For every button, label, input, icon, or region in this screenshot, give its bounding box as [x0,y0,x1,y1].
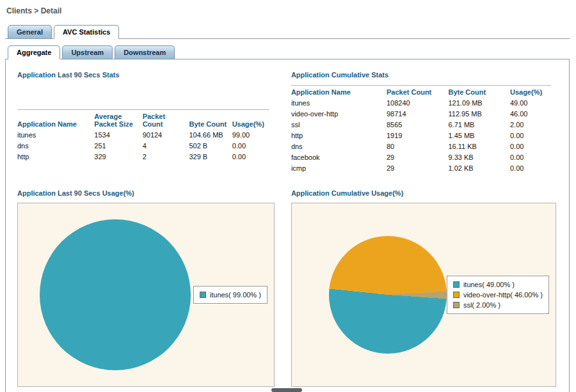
table-cell: 1534 [94,130,142,141]
table-row: itunes153490124104.66 MB99.00 [17,130,269,141]
tab-avc-statistics[interactable]: AVC Statistics [54,25,119,39]
column-header: Application Name [291,86,387,98]
column-header: Average Packet Size [94,110,142,130]
column-header: Application Name [17,110,94,130]
table-header-row: Application NamePacket CountByte CountUs… [291,86,551,98]
table-row: http3292329 B0.00 [17,152,269,162]
legend-label: ssl( 2.00% ) [463,301,500,309]
table-cell: 2 [143,152,189,162]
page: Clients > Detail General AVC Statistics … [0,0,576,392]
legend-label: itunes( 99.00% ) [210,291,261,299]
tab-downstream[interactable]: Downstream [115,45,175,59]
last90-usage-chart: itunes( 99.00% ) [17,203,275,387]
legend-swatch [453,302,460,308]
table-cell: dns [291,141,387,152]
table-row: icmp291.02 KB0.00 [291,163,551,174]
main-tabs: General AVC Statistics [5,25,570,39]
table-cell: 1919 [387,130,448,141]
table-cell: 0.00 [232,141,269,152]
legend-swatch [453,281,460,288]
table-cell: 29 [387,163,448,174]
table-row: http19191.45 MB0.00 [291,130,551,141]
table-cell: facebook [291,152,387,163]
column-header: Usage(%) [510,86,551,98]
table-cell: video-over-http [291,109,387,120]
table-cell: 99.00 [232,130,269,141]
column-header: Byte Count [448,86,509,98]
table-cell: 0.00 [510,141,551,152]
table-cell: 329 [94,152,142,162]
table-cell: itunes [17,130,94,141]
table-row: ssl85656.71 MB2.00 [291,120,551,130]
column-header: Packet Count [143,110,189,130]
table-cell: 98714 [387,109,448,120]
section-last90-usage-chart: Application Last 90 Secs Usage(%) itunes… [17,189,275,387]
tab-general[interactable]: General [8,25,52,38]
legend-swatch [453,292,460,298]
table-cell: 29 [387,152,448,163]
sub-tabs: Aggregate Upstream Downstream [5,45,570,59]
legend-item: itunes( 99.00% ) [200,290,261,300]
table-cell: dns [17,141,94,152]
legend-label: video-over-http( 46.00% ) [463,291,543,299]
cumulative-stats-table: Application NamePacket CountByte CountUs… [291,85,551,174]
table-cell: 121.09 MB [448,98,509,109]
table-row: facebook299.33 KB0.00 [291,152,551,163]
table-cell: 49.00 [510,98,551,109]
section-title-cumulative: Application Cumulative Stats [291,71,556,79]
table-cell: 0.00 [232,152,269,162]
table-cell: 1.02 KB [448,163,509,174]
section-last90-stats: Application Last 90 Secs Stats Applicati… [17,71,275,174]
table-cell: 16.11 KB [448,141,509,152]
table-cell: 0.00 [510,152,551,163]
table-cell: icmp [291,163,387,174]
last90-stats-table: Application NameAverage Packet SizePacke… [17,109,269,162]
table-cell: 104.66 MB [189,130,232,141]
table-cell: 80 [387,141,448,152]
table-cell: 6.71 MB [448,120,509,130]
table-header-row: Application NameAverage Packet SizePacke… [17,110,269,130]
tab-aggregate[interactable]: Aggregate [8,45,60,59]
section-cumulative-stats: Application Cumulative Stats Application… [291,71,556,174]
table-row: itunes108240121.09 MB49.00 [291,98,551,109]
table-cell: 46.00 [510,109,551,120]
table-cell: 90124 [143,130,189,141]
table-cell: 2.00 [510,120,551,130]
table-cell: 251 [94,141,142,152]
table-cell: ssl [291,120,387,130]
cumulative-usage-pie [329,236,447,354]
table-cell: 502 B [189,141,232,152]
table-cell: 0.00 [510,163,551,174]
chart-title-cumulative: Application Cumulative Usage(%) [291,189,556,197]
last90-usage-legend: itunes( 99.00% ) [193,286,268,304]
legend-item: ssl( 2.00% ) [453,300,543,310]
table-cell: http [17,152,94,162]
legend-item: itunes( 49.00% ) [453,279,543,290]
table-cell: 112.95 MB [448,109,509,120]
table-cell: 4 [143,141,189,152]
legend-label: itunes( 49.00% ) [463,281,515,288]
last90-usage-pie [40,219,191,370]
column-header: Byte Count [189,110,232,130]
tab-upstream[interactable]: Upstream [62,45,113,59]
table-cell: http [291,130,387,141]
content-grid: Application Last 90 Secs Stats Applicati… [17,71,556,387]
table-cell: 8565 [387,120,448,130]
table-row: dns8016.11 KB0.00 [291,141,551,152]
chart-title-last90: Application Last 90 Secs Usage(%) [17,189,275,197]
table-cell: itunes [291,98,387,109]
horizontal-scrollbar-thumb[interactable] [271,388,302,392]
table-row: dns2514502 B0.00 [17,141,269,152]
table-row: video-over-http98714112.95 MB46.00 [291,109,551,120]
column-header: Usage(%) [232,110,269,130]
section-title-last90: Application Last 90 Secs Stats [17,71,275,79]
cumulative-usage-legend: itunes( 49.00% )video-over-http( 46.00% … [447,276,549,314]
column-header: Packet Count [387,86,448,98]
section-cumulative-usage-chart: Application Cumulative Usage(%) itunes( … [291,189,556,387]
table-cell: 1.45 MB [448,130,509,141]
table-cell: 329 B [189,152,232,162]
table-cell: 9.33 KB [448,152,509,163]
legend-item: video-over-http( 46.00% ) [453,290,543,300]
legend-swatch [200,292,206,298]
cumulative-usage-chart: itunes( 49.00% )video-over-http( 46.00% … [291,203,556,387]
